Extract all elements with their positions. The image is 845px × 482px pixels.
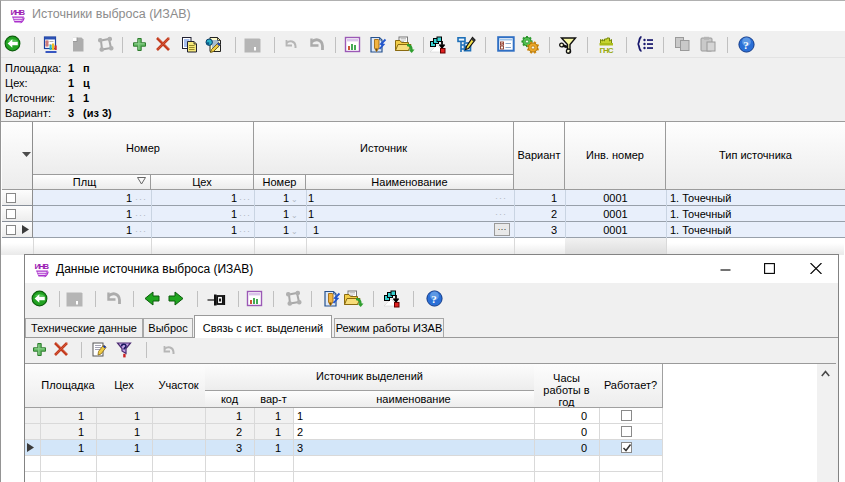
svg-text:?: ? <box>743 39 749 51</box>
svg-text:?: ? <box>431 293 437 305</box>
svg-text:ГНС: ГНС <box>600 46 614 54</box>
svg-text:ИНВ: ИНВ <box>35 262 50 271</box>
svg-text:ИНВ: ИНВ <box>11 8 26 17</box>
